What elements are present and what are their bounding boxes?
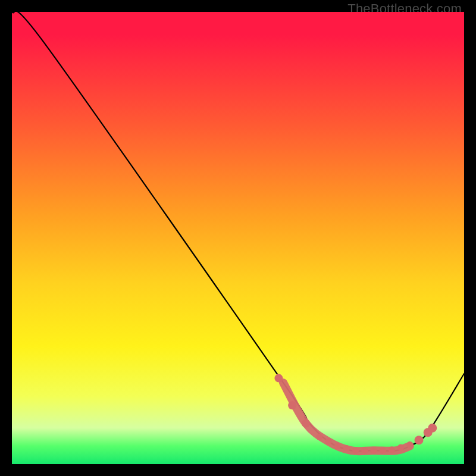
highlight-marker — [371, 447, 377, 454]
highlight-marker — [380, 447, 386, 454]
highlight-marker — [334, 443, 341, 449]
highlight-marker — [288, 401, 296, 409]
highlight-marker — [274, 374, 283, 383]
chart-frame: TheBottleneck.com — [0, 0, 476, 476]
highlight-marker — [389, 446, 395, 453]
bottleneck-curve — [12, 12, 464, 451]
highlight-marker — [406, 441, 413, 448]
highlight-marker — [302, 419, 310, 428]
plot-area — [12, 12, 464, 464]
highlight-marker-group — [274, 374, 437, 454]
highlight-marker — [428, 424, 437, 433]
highlight-marker — [316, 434, 322, 440]
highlight-marker — [343, 445, 350, 452]
highlight-marker — [397, 444, 404, 450]
highlight-track — [283, 383, 410, 451]
highlight-marker — [361, 447, 368, 454]
highlight-marker — [352, 447, 359, 454]
highlight-marker — [325, 439, 332, 445]
highlight-marker — [415, 436, 424, 444]
curve-layer — [12, 12, 464, 464]
